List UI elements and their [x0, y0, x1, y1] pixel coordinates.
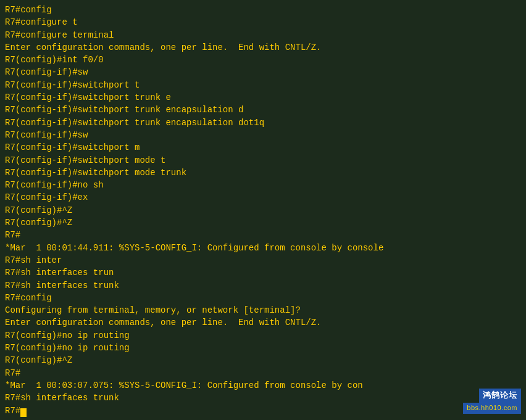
terminal-line: R7(config-if)#no sh	[5, 179, 521, 191]
terminal-line: R7(config-if)#switchport m	[5, 141, 521, 154]
terminal-line: R7(config-if)#sw	[5, 129, 521, 141]
terminal-line: R7#	[5, 229, 521, 241]
terminal-line: R7(config-if)#switchport trunk e	[5, 91, 521, 104]
terminal-line: R7#sh inter	[5, 254, 521, 266]
terminal-line: R7(config)#^Z	[5, 204, 521, 216]
terminal-line: R7(config-if)#sw	[5, 66, 521, 78]
terminal-line: *Mar 1 00:03:07.075: %SYS-5-CONFIG_I: Co…	[5, 379, 521, 392]
terminal-line: R7(config-if)#switchport mode t	[5, 154, 521, 167]
terminal-line: Configuring from terminal, memory, or ne…	[5, 304, 521, 316]
terminal-line: Enter configuration commands, one per li…	[5, 316, 521, 329]
terminal-line: R7#config	[5, 292, 521, 304]
terminal[interactable]: R7#configR7#configure tR7#configure term…	[0, 0, 526, 420]
terminal-line: R7(config-if)#switchport trunk encapsula…	[5, 117, 521, 129]
terminal-line: *Mar 1 00:01:44.911: %SYS-5-CONFIG_I: Co…	[5, 242, 521, 254]
terminal-line: R7#configure t	[5, 16, 521, 28]
watermark-url: bbs.hh010.com	[463, 403, 521, 414]
terminal-line: R7#sh interfaces trunk	[5, 392, 521, 404]
terminal-line: R7#config	[5, 4, 521, 16]
terminal-line: R7#	[5, 367, 521, 379]
watermark: 鸿鹄论坛 bbs.hh010.com	[463, 389, 521, 414]
terminal-line: R7(config)#^Z	[5, 216, 521, 229]
terminal-line: R7#sh interfaces trun	[5, 266, 521, 279]
terminal-line: Enter configuration commands, one per li…	[5, 41, 521, 54]
terminal-line: R7(config)#no ip routing	[5, 329, 521, 342]
terminal-line: R7(config-if)#switchport mode trunk	[5, 167, 521, 179]
terminal-cursor	[20, 408, 27, 417]
terminal-line: R7(config)#int f0/0	[5, 54, 521, 66]
terminal-line: R7(config-if)#switchport t	[5, 79, 521, 91]
watermark-site-name: 鸿鹄论坛	[479, 389, 521, 403]
terminal-line: R7#	[5, 405, 521, 417]
terminal-line: R7(config-if)#switchport trunk encapsula…	[5, 104, 521, 116]
terminal-line: R7(config-if)#ex	[5, 191, 521, 204]
terminal-output: R7#configR7#configure tR7#configure term…	[5, 4, 521, 417]
terminal-line: R7(config)#^Z	[5, 354, 521, 366]
terminal-line: R7#configure terminal	[5, 29, 521, 41]
terminal-line: R7(config)#no ip routing	[5, 342, 521, 354]
terminal-line: R7#sh interfaces trunk	[5, 279, 521, 292]
